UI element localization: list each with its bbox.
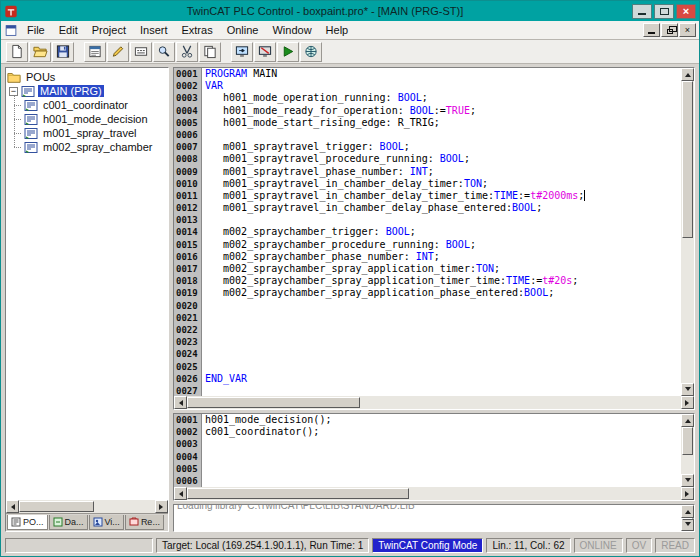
code-line[interactable]: 0008 m001_spraytravel_procedure_running:… xyxy=(174,153,681,165)
code-line[interactable]: 0006 xyxy=(174,475,681,487)
input-assistant-button[interactable] xyxy=(130,42,152,62)
login-button[interactable] xyxy=(231,42,253,62)
save-button[interactable] xyxy=(52,42,74,62)
message-pane[interactable]: Loading library 'C:\TwinCAT\PLC\LIB\STAN… xyxy=(173,504,695,532)
run-button[interactable] xyxy=(277,42,299,62)
status-config-mode[interactable]: TwinCAT Config Mode xyxy=(372,538,483,553)
tab-vi[interactable]: Vi... xyxy=(89,515,124,530)
scroll-thumb[interactable] xyxy=(682,427,693,455)
tree-item-main-prg[interactable]: − MAIN (PRG) xyxy=(7,84,167,98)
code-line[interactable]: 0023 xyxy=(174,336,681,348)
tree-item-h001_mode_decision[interactable]: h001_mode_decision xyxy=(22,112,167,126)
tree-root-pous[interactable]: POUs xyxy=(7,70,167,84)
tree-hscrollbar[interactable] xyxy=(6,500,168,513)
mdi-restore-button[interactable] xyxy=(661,23,678,37)
find-button[interactable] xyxy=(153,42,175,62)
code-line[interactable]: 0027 xyxy=(174,385,681,396)
collapse-expander-icon[interactable]: − xyxy=(9,87,18,96)
code-line[interactable]: 0011 m001_spraytravel_in_chamber_delay_t… xyxy=(174,190,681,202)
open-file-button[interactable] xyxy=(29,42,51,62)
declaration-hscrollbar[interactable] xyxy=(174,396,694,409)
cut-button[interactable] xyxy=(176,42,198,62)
scroll-left-button[interactable] xyxy=(174,396,187,409)
maximize-button[interactable] xyxy=(654,4,674,19)
code-line[interactable]: 0025 xyxy=(174,361,681,373)
close-button[interactable]: × xyxy=(676,4,696,19)
code-line[interactable]: 0009 m001_spraytravel_phase_number: INT; xyxy=(174,166,681,178)
code-line[interactable]: 0001PROGRAM MAIN xyxy=(174,68,681,80)
minimize-button[interactable] xyxy=(632,4,652,19)
mdi-close-button[interactable]: × xyxy=(679,23,696,37)
code-line[interactable]: 0002c001_coordinator(); xyxy=(174,426,681,438)
scroll-up-button[interactable] xyxy=(681,68,694,81)
code-line[interactable]: 0019 m002_spraychamber_spray_application… xyxy=(174,287,681,299)
code-line[interactable]: 0021 xyxy=(174,312,681,324)
scroll-up-button[interactable] xyxy=(681,414,694,427)
code-line[interactable]: 0015 m002_spraychamber_procedure_running… xyxy=(174,239,681,251)
tree-item-m002_spray_chamber[interactable]: m002_spray_chamber xyxy=(22,140,167,154)
code-line[interactable]: 0017 m002_spraychamber_spray_application… xyxy=(174,263,681,275)
scroll-right-button[interactable] xyxy=(681,396,694,409)
menu-item-edit[interactable]: Edit xyxy=(52,22,85,38)
code-line[interactable]: 0006 xyxy=(174,129,681,141)
menu-item-insert[interactable]: Insert xyxy=(133,22,175,38)
menu-item-extras[interactable]: Extras xyxy=(174,22,219,38)
menu-item-online[interactable]: Online xyxy=(220,22,266,38)
menu-item-help[interactable]: Help xyxy=(319,22,356,38)
global-variables-button[interactable] xyxy=(300,42,322,62)
code-line[interactable]: 0004 h001_mode_ready_for_operation: BOOL… xyxy=(174,105,681,117)
tab-po[interactable]: PO... xyxy=(7,515,48,530)
code-line[interactable]: 0014 m002_spraychamber_trigger: BOOL; xyxy=(174,226,681,238)
menu-item-file[interactable]: File xyxy=(20,22,52,38)
code-line[interactable]: 0016 m002_spraychamber_phase_number: INT… xyxy=(174,251,681,263)
menu-item-project[interactable]: Project xyxy=(85,22,133,38)
scroll-track[interactable] xyxy=(187,487,681,500)
code-line[interactable]: 0010 m001_spraytravel_in_chamber_delay_t… xyxy=(174,178,681,190)
scroll-thumb[interactable] xyxy=(682,81,693,238)
code-line[interactable]: 0002VAR xyxy=(174,80,681,92)
code-line[interactable]: 0020 xyxy=(174,300,681,312)
code-line[interactable]: 0003 xyxy=(174,438,681,450)
tab-da[interactable]: Da... xyxy=(49,515,88,530)
implementation-hscrollbar[interactable] xyxy=(174,487,694,500)
tree-item-c001_coordinator[interactable]: c001_coordinator xyxy=(22,98,167,112)
code-line[interactable]: 0003 h001_mode_operation_running: BOOL; xyxy=(174,92,681,104)
scroll-right-button[interactable] xyxy=(681,487,694,500)
scroll-track[interactable] xyxy=(19,500,155,513)
scroll-track[interactable] xyxy=(681,81,694,383)
logout-button[interactable] xyxy=(254,42,276,62)
implementation-vscrollbar[interactable] xyxy=(681,414,694,487)
menu-item-window[interactable]: Window xyxy=(265,22,318,38)
code-line[interactable]: 0026END_VAR xyxy=(174,373,681,385)
message-vscrollbar[interactable] xyxy=(681,505,694,531)
new-pou-button[interactable] xyxy=(84,42,106,62)
code-line[interactable]: 0013 xyxy=(174,214,681,226)
scroll-thumb[interactable] xyxy=(187,397,360,408)
tab-re[interactable]: Re... xyxy=(125,515,164,530)
scroll-down-button[interactable] xyxy=(681,383,694,396)
tree-item-m001_spray_travel[interactable]: m001_spray_travel xyxy=(22,126,167,140)
scroll-down-button[interactable] xyxy=(681,474,694,487)
scroll-track[interactable] xyxy=(681,427,694,474)
scroll-right-button[interactable] xyxy=(155,500,168,513)
new-file-button[interactable] xyxy=(6,42,28,62)
edit-declaration-button[interactable] xyxy=(107,42,129,62)
code-line[interactable]: 0018 m002_spraychamber_spray_application… xyxy=(174,275,681,287)
code-line[interactable]: 0012 m001_spraytravel_in_chamber_delay_p… xyxy=(174,202,681,214)
scroll-track[interactable] xyxy=(187,396,681,409)
scroll-thumb[interactable] xyxy=(187,488,409,499)
scroll-left-button[interactable] xyxy=(174,487,187,500)
code-line[interactable]: 0005 xyxy=(174,463,681,475)
code-line[interactable]: 0005 h001_mode_start_rising_edge: R_TRIG… xyxy=(174,117,681,129)
mdi-minimize-button[interactable] xyxy=(643,23,660,37)
code-line[interactable]: 0022 xyxy=(174,324,681,336)
scroll-thumb[interactable] xyxy=(19,501,94,512)
scroll-thumb[interactable] xyxy=(682,518,693,520)
code-line[interactable]: 0007 m001_spraytravel_trigger: BOOL; xyxy=(174,141,681,153)
declaration-code[interactable]: 0001PROGRAM MAIN0002VAR0003 h001_mode_op… xyxy=(174,68,681,396)
copy-button[interactable] xyxy=(199,42,221,62)
code-line[interactable]: 0004 xyxy=(174,451,681,463)
implementation-code[interactable]: 0001h001_mode_decision();0002c001_coordi… xyxy=(174,414,681,487)
scroll-up-button[interactable] xyxy=(681,505,694,518)
scroll-left-button[interactable] xyxy=(6,500,19,513)
